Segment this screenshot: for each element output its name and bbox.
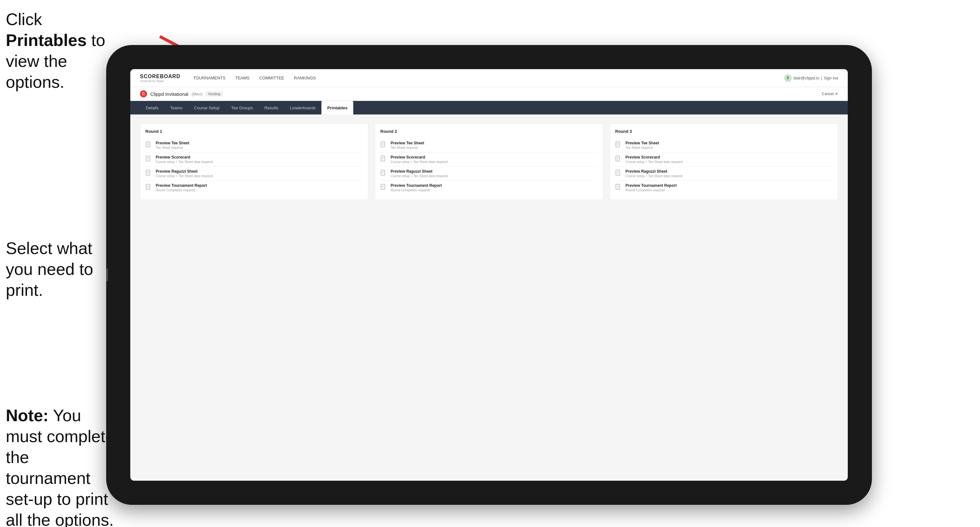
instruction-top: Click Printables to view the options. bbox=[6, 9, 109, 93]
tab-printables[interactable]: Printables bbox=[321, 101, 353, 114]
instruction-top-text1: Click bbox=[6, 10, 42, 29]
main-content: Round 1 Preview Tee Sheet Tee Sheet requ… bbox=[130, 114, 848, 209]
nav-item-rankings[interactable]: RANKINGS bbox=[294, 74, 316, 82]
round-2-report-text: Preview Tournament Report Round Completi… bbox=[391, 183, 442, 192]
round-1-scorecard-sub: Course setup + Tee Sheet data required bbox=[156, 160, 213, 163]
round-1-section: Round 1 Preview Tee Sheet Tee Sheet requ… bbox=[140, 124, 368, 200]
tab-results[interactable]: Results bbox=[259, 101, 284, 114]
round-3-title: Round 3 bbox=[615, 129, 833, 134]
document-icon bbox=[145, 141, 153, 149]
scoreboard-title: SCOREBOARD bbox=[140, 74, 180, 79]
round-1-report-title: Preview Tournament Report bbox=[156, 183, 207, 188]
nav-item-teams[interactable]: TEAMS bbox=[235, 74, 250, 82]
instruction-bottom-bold: Note: bbox=[6, 406, 49, 425]
instruction-middle: Select what you need to print. bbox=[6, 238, 109, 301]
scoreboard-sub: Powered by clippd bbox=[140, 79, 180, 83]
sub-tabs: Details Teams Course Setup Tee Groups Re… bbox=[130, 101, 848, 114]
tablet-screen: SCOREBOARD Powered by clippd TOURNAMENTS… bbox=[130, 69, 848, 481]
tab-course-setup[interactable]: Course Setup bbox=[188, 101, 226, 114]
document-icon-11 bbox=[615, 170, 622, 178]
document-icon-5 bbox=[380, 141, 387, 149]
nav-item-committee[interactable]: COMMITTEE bbox=[259, 74, 285, 82]
document-icon-12 bbox=[615, 184, 622, 192]
document-icon-6 bbox=[380, 156, 387, 163]
round-2-raguzzi-text: Preview Raguzzi Sheet Course setup + Tee… bbox=[391, 169, 447, 178]
document-icon-9 bbox=[615, 141, 622, 149]
round-3-report-text: Preview Tournament Report Round Completi… bbox=[625, 183, 677, 192]
cancel-button[interactable]: Cancel ✕ bbox=[822, 92, 838, 96]
round-3-section: Round 3 Preview Tee Sheet Tee Sheet requ… bbox=[610, 124, 838, 200]
round-2-tournament-report[interactable]: Preview Tournament Report Round Completi… bbox=[380, 181, 598, 195]
tab-details[interactable]: Details bbox=[140, 101, 164, 114]
round-3-tournament-report[interactable]: Preview Tournament Report Round Completi… bbox=[615, 181, 833, 195]
document-icon-8 bbox=[380, 184, 387, 192]
rounds-grid: Round 1 Preview Tee Sheet Tee Sheet requ… bbox=[140, 124, 838, 200]
tab-teams[interactable]: Teams bbox=[164, 101, 188, 114]
round-2-section: Round 2 Preview Tee Sheet Tee Sheet requ… bbox=[375, 124, 603, 200]
tournament-title: Clippd Invitational bbox=[150, 91, 188, 97]
divider: | bbox=[821, 76, 822, 80]
round-3-raguzzi[interactable]: Preview Raguzzi Sheet Course setup + Tee… bbox=[615, 167, 833, 181]
instruction-middle-text: Select what you need to print. bbox=[6, 239, 93, 299]
tournament-division: (Men) bbox=[191, 92, 202, 97]
instruction-bottom: Note: You must complete the tournament s… bbox=[6, 405, 115, 527]
scoreboard-brand: SCOREBOARD Powered by clippd bbox=[140, 74, 180, 83]
avatar: B bbox=[784, 74, 792, 82]
round-2-tee-sheet-text: Preview Tee Sheet Tee Sheet required bbox=[391, 141, 424, 149]
user-email: blair@clippd.io bbox=[794, 76, 819, 80]
round-1-tee-sheet[interactable]: Preview Tee Sheet Tee Sheet required bbox=[145, 138, 363, 152]
tablet-side-button bbox=[106, 268, 108, 281]
document-icon-7 bbox=[380, 170, 387, 178]
round-1-tee-sheet-sub: Tee Sheet required bbox=[156, 146, 189, 149]
round-1-raguzzi-text: Preview Raguzzi Sheet Course setup + Tee… bbox=[156, 169, 213, 178]
tab-leaderboards[interactable]: Leaderboards bbox=[284, 101, 321, 114]
round-1-title: Round 1 bbox=[145, 129, 363, 134]
top-nav: SCOREBOARD Powered by clippd TOURNAMENTS… bbox=[130, 69, 848, 87]
tab-tee-groups[interactable]: Tee Groups bbox=[226, 101, 259, 114]
round-1-tee-sheet-text: Preview Tee Sheet Tee Sheet required bbox=[156, 141, 189, 149]
round-3-scorecard-text: Preview Scorecard Course setup + Tee She… bbox=[625, 155, 682, 163]
round-1-report-sub: Round Completion required bbox=[156, 189, 207, 192]
round-3-raguzzi-text: Preview Raguzzi Sheet Course setup + Tee… bbox=[625, 169, 682, 178]
round-2-raguzzi[interactable]: Preview Raguzzi Sheet Course setup + Tee… bbox=[380, 167, 598, 181]
round-2-scorecard-text: Preview Scorecard Course setup + Tee She… bbox=[391, 155, 447, 163]
document-icon-3 bbox=[145, 170, 153, 178]
round-1-tee-sheet-title: Preview Tee Sheet bbox=[156, 141, 189, 145]
round-3-scorecard[interactable]: Preview Scorecard Course setup + Tee She… bbox=[615, 152, 833, 167]
round-1-report-text: Preview Tournament Report Round Completi… bbox=[156, 183, 207, 192]
round-1-scorecard[interactable]: Preview Scorecard Course setup + Tee She… bbox=[145, 152, 363, 167]
hosting-badge: Hosting bbox=[205, 91, 223, 97]
sign-out-link[interactable]: Sign out bbox=[824, 76, 838, 80]
clippd-logo: C bbox=[140, 90, 147, 97]
tournament-name: C Clippd Invitational (Men) Hosting bbox=[140, 90, 223, 97]
round-1-raguzzi[interactable]: Preview Raguzzi Sheet Course setup + Tee… bbox=[145, 167, 363, 181]
tablet-frame: SCOREBOARD Powered by clippd TOURNAMENTS… bbox=[106, 45, 872, 505]
round-1-scorecard-text: Preview Scorecard Course setup + Tee She… bbox=[156, 155, 213, 163]
round-1-tournament-report[interactable]: Preview Tournament Report Round Completi… bbox=[145, 181, 363, 195]
round-1-raguzzi-sub: Course setup + Tee Sheet data required bbox=[156, 174, 213, 178]
round-2-tee-sheet[interactable]: Preview Tee Sheet Tee Sheet required bbox=[380, 138, 598, 152]
top-nav-left: SCOREBOARD Powered by clippd TOURNAMENTS… bbox=[140, 74, 316, 83]
document-icon-2 bbox=[145, 156, 153, 163]
round-2-title: Round 2 bbox=[380, 129, 598, 134]
round-1-raguzzi-title: Preview Raguzzi Sheet bbox=[156, 169, 213, 174]
nav-items: TOURNAMENTS TEAMS COMMITTEE RANKINGS bbox=[193, 74, 316, 82]
round-1-scorecard-title: Preview Scorecard bbox=[156, 155, 213, 159]
document-icon-4 bbox=[145, 184, 153, 192]
round-3-tee-sheet-text: Preview Tee Sheet Tee Sheet required bbox=[625, 141, 659, 149]
nav-item-tournaments[interactable]: TOURNAMENTS bbox=[193, 74, 226, 82]
top-nav-right: B blair@clippd.io | Sign out bbox=[784, 74, 838, 82]
document-icon-10 bbox=[615, 156, 622, 163]
round-2-scorecard[interactable]: Preview Scorecard Course setup + Tee She… bbox=[380, 152, 598, 167]
round-3-tee-sheet[interactable]: Preview Tee Sheet Tee Sheet required bbox=[615, 138, 833, 152]
tournament-bar: C Clippd Invitational (Men) Hosting Canc… bbox=[130, 87, 848, 101]
instruction-top-bold: Printables bbox=[6, 31, 86, 49]
